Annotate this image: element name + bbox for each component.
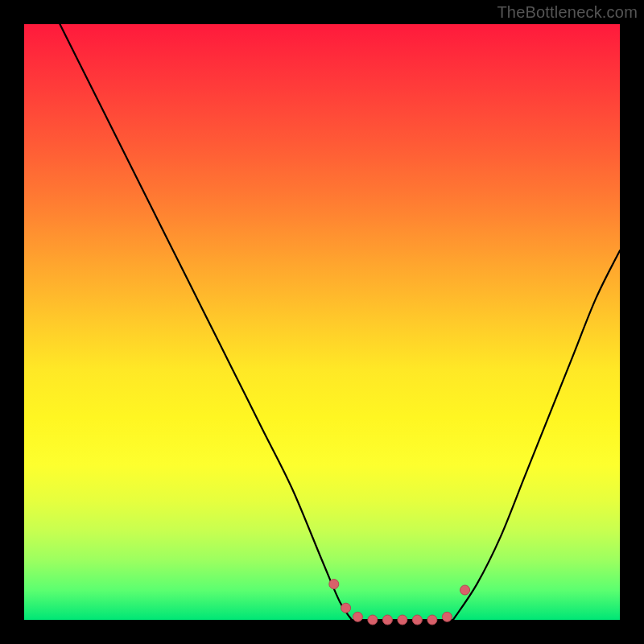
floor-dot: [460, 585, 470, 595]
floor-dot: [382, 615, 392, 625]
bottleneck-curve: [60, 24, 620, 622]
floor-dot: [398, 615, 407, 625]
floor-dot: [368, 615, 378, 625]
curve-layer: [24, 24, 620, 620]
chart-frame: TheBottleneck.com: [0, 0, 644, 644]
plot-area: [24, 24, 620, 620]
watermark-text: TheBottleneck.com: [497, 3, 638, 22]
floor-dot: [427, 615, 437, 625]
floor-dot: [412, 615, 422, 625]
floor-dot: [341, 603, 351, 613]
floor-dot: [353, 612, 362, 621]
floor-dot: [329, 580, 339, 589]
floor-dot: [442, 612, 452, 621]
